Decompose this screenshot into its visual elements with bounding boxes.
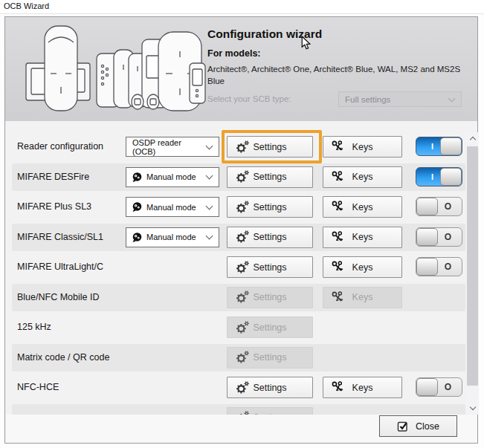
config-row: NFC-HCESettingsKeysO <box>12 374 465 401</box>
toggle-switch[interactable]: I <box>416 137 462 156</box>
toggle-switch[interactable]: O <box>416 197 462 216</box>
models-list: Architect®, Architect® One, Architect® B… <box>207 64 469 87</box>
keys-button[interactable]: Keys <box>323 196 402 218</box>
mode-dropdown[interactable]: Manual mode <box>126 227 219 247</box>
settings-button: Settings <box>227 287 313 308</box>
dropdown-value: Manual mode <box>146 203 207 212</box>
chevron-down-icon <box>206 172 213 180</box>
row-label: 125 kHz <box>17 314 51 341</box>
settings-button: Settings <box>227 407 313 415</box>
keys-button-label: Keys <box>352 292 373 302</box>
settings-button[interactable]: Settings <box>227 196 313 218</box>
toggle-handle <box>416 378 438 396</box>
row-label: NFC-HCE <box>17 374 59 401</box>
row-label: MIFARE Plus SL3 <box>17 193 91 221</box>
toggle-state-label: O <box>445 232 451 242</box>
settings-button[interactable]: Settings <box>227 377 313 398</box>
keys-button[interactable]: Keys <box>323 136 402 158</box>
dropdown-value: OSDP reader (OCB) <box>126 138 207 156</box>
keys-button[interactable]: Keys <box>323 166 402 188</box>
settings-button[interactable]: Settings <box>227 136 313 158</box>
toggle-state-label: I <box>431 172 433 181</box>
keys-button[interactable]: Keys <box>323 377 402 398</box>
config-row: Settings <box>12 404 465 415</box>
chevron-down-icon <box>448 94 456 102</box>
keys-icon <box>332 171 344 184</box>
device-illustration <box>11 20 206 118</box>
toggle-switch[interactable]: O <box>416 257 462 276</box>
toggle-handle <box>440 168 462 186</box>
keys-icon <box>332 291 344 304</box>
manual-mode-icon <box>132 172 143 183</box>
config-row: MIFARE DESFireManual modeSettingsKeysI <box>12 163 465 191</box>
checkbox-check-icon <box>397 421 409 432</box>
keys-button-label: Keys <box>352 172 373 182</box>
row-label: MIFARE Classic/SL1 <box>17 224 103 251</box>
window-titlebar: OCB Wizard <box>0 0 484 14</box>
settings-button-label: Settings <box>253 292 286 302</box>
chevron-down-icon <box>206 233 213 240</box>
toggle-handle <box>416 198 438 215</box>
settings-button: Settings <box>227 316 313 338</box>
settings-button[interactable]: Settings <box>227 256 313 278</box>
row-label: Matrix code / QR code <box>17 344 109 371</box>
settings-button-label: Settings <box>253 383 286 393</box>
close-button-label: Close <box>416 421 439 432</box>
toggle-state-label: O <box>445 201 451 212</box>
settings-button-label: Settings <box>253 262 286 273</box>
keys-button-label: Keys <box>352 142 373 152</box>
keys-button-label: Keys <box>352 262 373 273</box>
settings-button-label: Settings <box>253 352 286 363</box>
keys-icon <box>332 201 344 213</box>
keys-button[interactable]: Keys <box>323 256 402 278</box>
config-rows-list: Reader configurationOSDP reader (OCB)Set… <box>6 121 465 415</box>
toggle-handle <box>440 137 462 155</box>
settings-button[interactable]: Settings <box>227 227 313 248</box>
gear-icon <box>236 230 250 244</box>
gear-icon <box>236 170 250 184</box>
page-title: Configuration wizard <box>207 27 322 41</box>
scb-type-value: Full settings <box>345 95 390 104</box>
keys-icon <box>332 261 344 273</box>
dropdown-value: Manual mode <box>146 172 207 181</box>
settings-button-label: Settings <box>253 232 286 242</box>
row-label: MIFARE DESFire <box>17 163 89 191</box>
vertical-scrollbar[interactable] <box>466 132 479 415</box>
ocb-wizard-window: OCB Wizard <box>0 0 484 448</box>
mode-dropdown[interactable]: Manual mode <box>126 167 219 187</box>
gear-icon <box>236 261 250 274</box>
config-row: Reader configurationOSDP reader (OCB)Set… <box>12 133 465 160</box>
mode-dropdown[interactable]: Manual mode <box>126 197 219 217</box>
keys-icon <box>332 231 344 244</box>
keys-icon <box>332 381 344 394</box>
keys-button-label: Keys <box>352 232 373 242</box>
gear-icon <box>236 201 250 214</box>
toggle-switch[interactable]: O <box>416 227 462 247</box>
config-row: 125 kHzSettings <box>12 314 465 341</box>
toggle-state-label: O <box>445 262 451 272</box>
gear-icon <box>236 290 250 304</box>
toggle-switch[interactable]: I <box>416 167 462 186</box>
config-row: MIFARE Plus SL3Manual modeSettingsKeysO <box>12 193 465 221</box>
gear-icon <box>236 381 250 395</box>
mode-dropdown[interactable]: OSDP reader (OCB) <box>126 137 219 157</box>
chevron-down-icon <box>206 142 213 149</box>
toggle-state-label: I <box>431 142 433 151</box>
models-label: For models: <box>207 48 261 59</box>
close-button[interactable]: Close <box>379 415 457 437</box>
scrollbar-up-button[interactable] <box>466 132 479 145</box>
manual-mode-icon <box>132 232 143 243</box>
keys-button[interactable]: Keys <box>323 227 402 248</box>
gear-icon <box>236 351 250 364</box>
settings-button[interactable]: Settings <box>227 166 313 188</box>
settings-button-label: Settings <box>253 202 286 212</box>
scrollbar-down-button[interactable] <box>466 402 479 415</box>
settings-button-label: Settings <box>253 142 286 152</box>
settings-button: Settings <box>227 347 313 369</box>
chevron-up-icon <box>469 137 475 143</box>
toggle-state-label: O <box>445 382 451 392</box>
scrollbar-thumb[interactable] <box>467 146 478 386</box>
row-label: MIFARE UltraLight/C <box>17 253 103 281</box>
hero-section: Configuration wizard For models: Archite… <box>5 17 477 121</box>
toggle-switch[interactable]: O <box>416 377 462 397</box>
